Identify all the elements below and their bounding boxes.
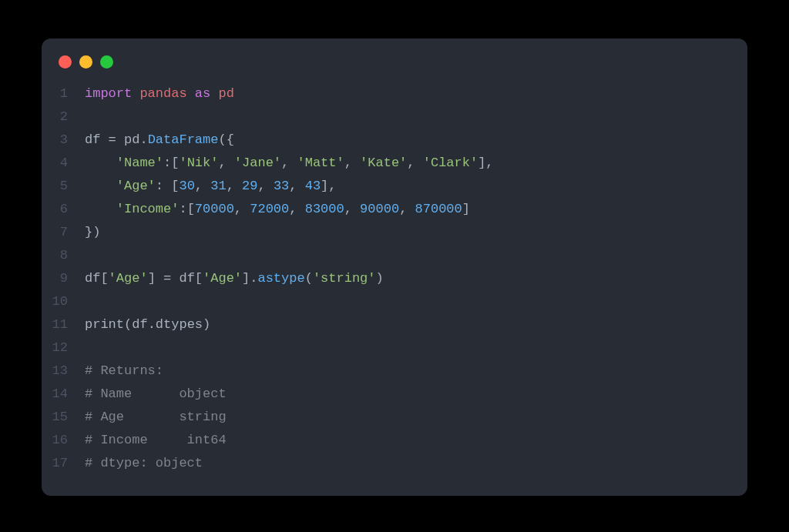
code-source: # Age string: [85, 406, 227, 429]
token-op: ,: [234, 202, 250, 216]
code-line: 13# Returns:: [42, 360, 747, 383]
line-number: 10: [42, 290, 85, 313]
token-op: }): [85, 225, 100, 239]
code-source: 'Age': [30, 31, 29, 33, 43],: [85, 175, 337, 198]
token-str: 'Jane': [234, 156, 281, 170]
line-number: 14: [42, 383, 85, 406]
line-number: 11: [42, 313, 85, 336]
token-op: ,: [407, 156, 422, 170]
line-number: 16: [42, 429, 85, 452]
token-op: :[: [163, 156, 179, 170]
token-op: ,: [289, 202, 304, 216]
token-cmt: # Income int64: [85, 433, 227, 447]
code-editor-window: 1import pandas as pd23df = pd.DataFrame(…: [42, 38, 747, 496]
token-op: ): [376, 271, 384, 286]
token-mod: pandas: [139, 86, 186, 101]
token-num: 33: [274, 179, 289, 193]
token-id: dtypes: [156, 317, 203, 332]
token-op: ,: [399, 202, 415, 216]
token-mod: pd: [218, 86, 233, 101]
token-id: pd: [124, 132, 139, 147]
token-num: 30: [179, 179, 194, 193]
token-op: ].: [242, 271, 257, 286]
token-str: 'Clark': [423, 156, 478, 170]
window-close-icon[interactable]: [59, 55, 72, 69]
token-op: ,: [257, 179, 273, 193]
token-op: (: [124, 317, 132, 332]
token-op: ] =: [148, 271, 180, 286]
token-op: ,: [227, 179, 242, 193]
code-source: 'Name':['Nik', 'Jane', 'Matt', 'Kate', '…: [85, 152, 494, 175]
token-str: 'Name': [116, 156, 163, 170]
token-op: ,: [344, 156, 360, 170]
code-line: 5 'Age': [30, 31, 29, 33, 43],: [42, 175, 747, 198]
token-op: ,: [195, 179, 210, 193]
line-number: 9: [42, 267, 85, 290]
token-num: 83000: [305, 202, 344, 216]
window-zoom-icon[interactable]: [100, 55, 113, 69]
code-line: 1import pandas as pd: [42, 82, 747, 105]
token-op: ,: [281, 156, 297, 170]
line-number: 2: [42, 105, 85, 129]
code-line: 12: [42, 336, 747, 360]
code-line: 11print(df.dtypes): [42, 313, 747, 336]
code-line: 4 'Name':['Nik', 'Jane', 'Matt', 'Kate',…: [42, 152, 747, 175]
token-id: df: [85, 132, 109, 147]
code-line: 10: [42, 290, 747, 313]
code-line: 3df = pd.DataFrame({: [42, 129, 747, 152]
code-block: 1import pandas as pd23df = pd.DataFrame(…: [42, 73, 747, 475]
code-line: 6 'Income':[70000, 72000, 83000, 90000, …: [42, 198, 747, 221]
line-number: 13: [42, 360, 85, 383]
token-num: 90000: [360, 202, 399, 216]
token-op: [132, 86, 139, 101]
token-cmt: # Returns:: [85, 363, 163, 378]
code-source: df = pd.DataFrame({: [85, 129, 234, 152]
code-source: 'Income':[70000, 72000, 83000, 90000, 87…: [85, 198, 470, 221]
token-id: df: [85, 271, 100, 286]
token-str: 'Income': [116, 202, 180, 216]
code-line: 9df['Age'] = df['Age'].astype('string'): [42, 267, 747, 290]
token-op: ): [203, 317, 210, 332]
line-number: 15: [42, 406, 85, 429]
token-op: :[: [179, 202, 194, 216]
token-str: 'string': [313, 271, 376, 286]
token-kw: import: [85, 86, 132, 101]
token-op: (: [305, 271, 313, 286]
token-op: [187, 86, 195, 101]
line-number: 17: [42, 452, 85, 475]
line-number: 6: [42, 198, 85, 221]
token-cmt: # dtype: object: [85, 456, 203, 470]
token-op: [: [100, 271, 108, 286]
token-str: 'Age': [203, 271, 242, 286]
token-op: [: [195, 271, 203, 286]
token-op: [85, 156, 116, 170]
line-number: 8: [42, 244, 85, 267]
token-id: df: [132, 317, 147, 332]
code-source: print(df.dtypes): [85, 313, 210, 336]
token-print: print: [85, 317, 124, 332]
code-source: import pandas as pd: [85, 82, 234, 105]
token-op: ,: [218, 156, 233, 170]
line-number: 4: [42, 152, 85, 175]
line-number: 12: [42, 336, 85, 360]
token-num: 43: [305, 179, 321, 193]
token-id: df: [179, 271, 194, 286]
token-num: 70000: [195, 202, 234, 216]
code-source: }): [85, 221, 100, 244]
token-kw: as: [195, 86, 210, 101]
code-line: 15# Age string: [42, 406, 747, 429]
line-number: 5: [42, 175, 85, 198]
code-source: # Name object: [85, 383, 227, 406]
token-op: ],: [478, 156, 493, 170]
token-str: 'Age': [116, 179, 156, 193]
token-fn: DataFrame: [148, 132, 219, 147]
token-str: 'Matt': [297, 156, 344, 170]
token-op: ({: [218, 132, 233, 147]
code-line: 17# dtype: object: [42, 452, 747, 475]
token-op: [85, 179, 116, 193]
token-op: ]: [462, 202, 470, 216]
line-number: 7: [42, 221, 85, 244]
window-minimize-icon[interactable]: [79, 55, 92, 69]
token-cmt: # Age string: [85, 410, 227, 424]
code-line: 16# Income int64: [42, 429, 747, 452]
